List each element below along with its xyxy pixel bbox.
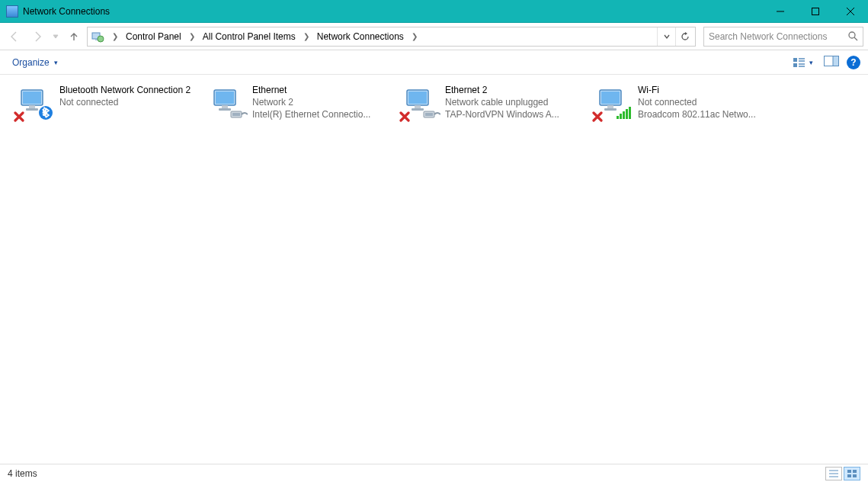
network-adapter-icon [402, 84, 439, 120]
connection-name: Bluetooth Network Connection 2 [59, 84, 200, 96]
details-view-button[interactable] [825, 467, 842, 480]
network-adapter-icon [595, 84, 632, 120]
connection-name: Wi-Fi [638, 84, 779, 96]
svg-rect-24 [222, 105, 228, 108]
app-icon [6, 5, 18, 18]
content-area: Bluetooth Network Connection 2Not connec… [0, 75, 868, 464]
connection-item[interactable]: Bluetooth Network Connection 2Not connec… [12, 81, 205, 124]
view-options-button[interactable]: ▾ [790, 56, 816, 69]
connection-status: Network 2 [252, 96, 393, 108]
chevron-right-icon[interactable]: ❯ [184, 32, 200, 40]
organize-label: Organize [12, 57, 50, 68]
chevron-down-icon: ▾ [54, 59, 58, 66]
svg-rect-9 [793, 58, 797, 62]
network-adapter-icon [210, 84, 246, 120]
connection-item[interactable]: Ethernet 2Network cable unpluggedTAP-Nor… [398, 81, 591, 124]
svg-rect-33 [425, 113, 433, 116]
minimize-button[interactable] [763, 0, 798, 23]
breadcrumb-item[interactable]: Network Connections [314, 28, 407, 45]
svg-rect-38 [617, 116, 619, 119]
svg-rect-12 [793, 63, 797, 67]
svg-rect-49 [853, 474, 857, 477]
status-item-count: 4 items [8, 468, 37, 479]
chevron-right-icon[interactable]: ❯ [299, 32, 314, 40]
recent-locations-drop[interactable] [50, 34, 61, 40]
connection-status: Not connected [59, 96, 200, 108]
location-icon [91, 30, 104, 43]
search-icon [847, 31, 858, 43]
svg-rect-39 [620, 114, 622, 119]
svg-rect-41 [626, 109, 628, 119]
address-bar: ❯ Control Panel ❯ All Control Panel Item… [0, 23, 868, 50]
svg-rect-47 [853, 470, 857, 473]
forward-button[interactable] [27, 27, 47, 47]
disconnected-x-icon [14, 111, 24, 122]
connections-list: Bluetooth Network Connection 2Not connec… [12, 81, 856, 124]
svg-rect-36 [607, 105, 613, 108]
svg-rect-18 [23, 92, 41, 104]
connection-item[interactable]: Wi-FiNot connectedBroadcom 802.11ac Netw… [591, 81, 783, 124]
svg-rect-20 [26, 108, 38, 111]
disconnected-x-icon [399, 111, 410, 122]
svg-rect-29 [408, 92, 427, 104]
network-adapter-icon [17, 84, 53, 120]
breadcrumb[interactable]: ❯ Control Panel ❯ All Control Panel Item… [87, 27, 696, 47]
connection-device: Broadcom 802.11ac Netwo... [638, 108, 779, 120]
connection-item[interactable]: EthernetNetwork 2Intel(R) Ethernet Conne… [205, 81, 398, 124]
svg-point-6 [98, 36, 104, 42]
search-input[interactable] [709, 31, 858, 42]
svg-rect-42 [629, 107, 631, 119]
connection-text: Wi-FiNot connectedBroadcom 802.11ac Netw… [638, 84, 779, 120]
svg-rect-23 [216, 92, 234, 104]
preview-pane-button[interactable] [824, 56, 839, 69]
help-button[interactable]: ? [847, 56, 860, 69]
connection-name: Ethernet [252, 84, 393, 96]
breadcrumb-item[interactable]: All Control Panel Items [200, 28, 299, 45]
svg-rect-16 [833, 56, 839, 66]
organize-button[interactable]: Organize ▾ [8, 54, 62, 71]
connection-text: Ethernet 2Network cable unpluggedTAP-Nor… [445, 84, 586, 120]
connection-status: Not connected [638, 96, 779, 108]
svg-rect-30 [415, 105, 421, 108]
back-button[interactable] [5, 27, 24, 47]
svg-rect-46 [847, 470, 851, 473]
window-controls [763, 0, 868, 22]
svg-point-7 [849, 32, 855, 38]
svg-rect-40 [623, 111, 625, 119]
connection-text: EthernetNetwork 2Intel(R) Ethernet Conne… [252, 84, 393, 120]
connection-device: Intel(R) Ethernet Connectio... [252, 108, 393, 120]
connection-device: TAP-NordVPN Windows A... [445, 108, 586, 120]
svg-rect-27 [232, 113, 240, 116]
address-drop-button[interactable] [657, 27, 675, 46]
svg-rect-19 [29, 105, 35, 108]
window-title: Network Connections [23, 6, 110, 17]
chevron-down-icon: ▾ [809, 59, 813, 66]
titlebar: Network Connections [0, 0, 868, 23]
command-bar: Organize ▾ ▾ ? [0, 50, 868, 75]
svg-rect-48 [847, 474, 851, 477]
connection-status: Network cable unplugged [445, 96, 586, 108]
maximize-button[interactable] [798, 0, 833, 23]
chevron-right-icon[interactable]: ❯ [407, 32, 422, 40]
chevron-right-icon[interactable]: ❯ [107, 32, 123, 40]
refresh-button[interactable] [675, 27, 693, 46]
connection-name: Ethernet 2 [445, 84, 586, 96]
svg-rect-1 [812, 8, 819, 15]
up-button[interactable] [64, 27, 84, 47]
svg-rect-35 [601, 92, 620, 104]
disconnected-x-icon [592, 111, 603, 122]
close-button[interactable] [833, 0, 868, 23]
svg-line-8 [854, 37, 857, 40]
search-box[interactable] [703, 27, 863, 47]
large-icons-view-button[interactable] [844, 467, 860, 480]
connection-text: Bluetooth Network Connection 2Not connec… [59, 84, 200, 120]
breadcrumb-item[interactable]: Control Panel [123, 28, 184, 45]
status-bar: 4 items [0, 464, 868, 482]
